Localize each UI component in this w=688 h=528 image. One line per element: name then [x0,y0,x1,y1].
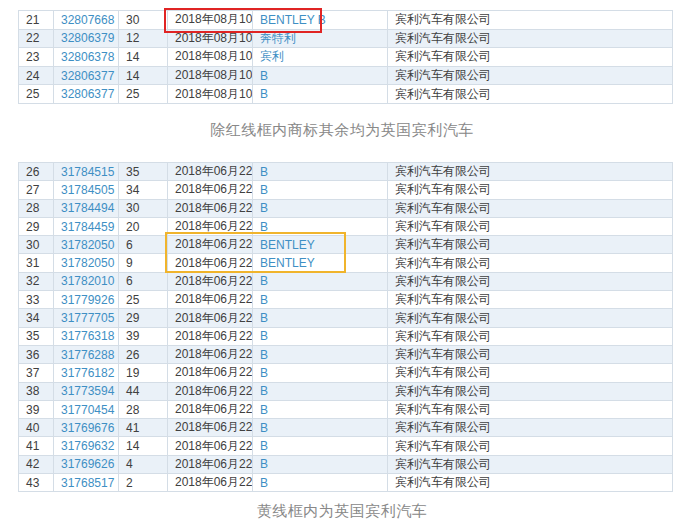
registration-number-link[interactable]: 31784515 [61,165,114,179]
trademark-name-link[interactable]: B [260,165,268,179]
registration-number-link[interactable]: 32806377 [61,69,114,83]
application-date-cell: 2018年08月10日 [168,85,253,104]
row-number-cell: 43 [19,474,54,492]
table-row: 2631784515352018年06月22日B宾利汽车有限公司 [19,163,673,181]
registration-number-link[interactable]: 31773594 [61,384,114,398]
registration-number-link[interactable]: 32806377 [61,87,114,101]
row-number-cell: 25 [19,85,54,104]
company-name-cell: 宾利汽车有限公司 [388,163,673,181]
trademark-name-link[interactable]: 宾利 [260,49,284,63]
registration-number-link[interactable]: 31776182 [61,366,114,380]
registration-number-link[interactable]: 31782050 [61,256,114,270]
trademark-name-link[interactable]: B [260,201,268,215]
company-name-cell: 宾利汽车有限公司 [388,419,673,437]
registration-number-link-cell: 31779926 [54,291,119,309]
trademark-name-link-cell: B [253,217,388,235]
company-name-cell: 宾利汽车有限公司 [388,199,673,217]
table-row: 3531776318392018年06月22日B宾利汽车有限公司 [19,327,673,345]
trademark-name-link[interactable]: B [260,403,268,417]
trademark-results-page: 2132807668302018年08月10日BENTLEY B宾利汽车有限公司… [0,0,688,528]
trademark-name-link[interactable]: B [260,457,268,471]
application-date-cell: 2018年08月10日 [168,29,253,48]
caption-yellow-box-note: 黄线框内为英国宾利汽车 [0,502,684,521]
application-date-cell: 2018年06月22日 [168,309,253,327]
class-number-cell: 20 [119,217,168,235]
trademark-name-link[interactable]: 奔特利 [260,31,296,45]
row-number-cell: 29 [19,217,54,235]
application-date-cell: 2018年06月22日 [168,437,253,455]
trademark-name-link[interactable]: B [260,311,268,325]
trademark-name-link[interactable]: B [260,329,268,343]
trademark-name-link[interactable]: B [260,183,268,197]
application-date-cell: 2018年06月22日 [168,400,253,418]
company-name-cell: 宾利汽车有限公司 [388,217,673,235]
application-date-cell: 2018年06月22日 [168,419,253,437]
trademark-name-link[interactable]: B [260,274,268,288]
trademark-name-link[interactable]: B [260,384,268,398]
trademark-name-link[interactable]: B [260,439,268,453]
trademark-name-link[interactable]: B [260,476,268,490]
registration-number-link[interactable]: 31770454 [61,403,114,417]
class-number-cell: 35 [119,163,168,181]
company-name-cell: 宾利汽车有限公司 [388,272,673,290]
table-row: 313178205092018年06月22日BENTLEY宾利汽车有限公司 [19,254,673,272]
application-date-cell: 2018年06月22日 [168,236,253,254]
trademark-name-link[interactable]: B [260,220,268,234]
registration-number-link[interactable]: 31784459 [61,220,114,234]
table-row: 423176962642018年06月22日B宾利汽车有限公司 [19,455,673,473]
trademark-name-link[interactable]: BENTLEY B [260,13,326,27]
class-number-cell: 25 [119,291,168,309]
class-number-cell: 39 [119,327,168,345]
registration-number-link[interactable]: 32807668 [61,13,114,27]
class-number-cell: 25 [119,85,168,104]
application-date-cell: 2018年06月22日 [168,181,253,199]
trademark-name-link[interactable]: B [260,69,268,83]
registration-number-link[interactable]: 31782010 [61,274,114,288]
registration-number-link[interactable]: 31768517 [61,476,114,490]
trademark-name-link[interactable]: B [260,87,268,101]
trademark-name-link-cell: B [253,400,388,418]
application-date-cell: 2018年08月10日 [168,48,253,67]
registration-number-link[interactable]: 31769626 [61,457,114,471]
row-number-cell: 41 [19,437,54,455]
trademark-name-link-cell: BENTLEY [253,236,388,254]
registration-number-link[interactable]: 32806378 [61,50,114,64]
table-row: 4031769676412018年06月22日B宾利汽车有限公司 [19,419,673,437]
trademark-name-link[interactable]: B [260,293,268,307]
class-number-cell: 4 [119,455,168,473]
company-name-cell: 宾利汽车有限公司 [388,437,673,455]
registration-number-link[interactable]: 31777705 [61,311,114,325]
row-number-cell: 39 [19,400,54,418]
class-number-cell: 29 [119,309,168,327]
class-number-cell: 41 [119,419,168,437]
trademark-name-link[interactable]: B [260,348,268,362]
registration-number-link-cell: 31773594 [54,382,119,400]
table-row: 2931784459202018年06月22日B宾利汽车有限公司 [19,217,673,235]
class-number-cell: 12 [119,29,168,48]
registration-number-link[interactable]: 31769632 [61,439,114,453]
trademark-table-june: 2631784515352018年06月22日B宾利汽车有限公司27317845… [18,162,673,492]
registration-number-link[interactable]: 31784505 [61,183,114,197]
trademark-name-link[interactable]: BENTLEY [260,256,315,270]
trademark-name-link-cell: B [253,437,388,455]
registration-number-link[interactable]: 31769676 [61,421,114,435]
registration-number-link[interactable]: 31776288 [61,348,114,362]
registration-number-link[interactable]: 31782050 [61,238,114,252]
table-row: 3631776288262018年06月22日B宾利汽车有限公司 [19,345,673,363]
company-name-cell: 宾利汽车有限公司 [388,291,673,309]
registration-number-link[interactable]: 31779926 [61,293,114,307]
row-number-cell: 42 [19,455,54,473]
trademark-name-link[interactable]: B [260,366,268,380]
trademark-name-link[interactable]: BENTLEY [260,238,315,252]
class-number-cell: 34 [119,181,168,199]
table-row: 303178205062018年06月22日BENTLEY宾利汽车有限公司 [19,236,673,254]
registration-number-link[interactable]: 31784494 [61,201,114,215]
trademark-name-link-cell: BENTLEY [253,254,388,272]
registration-number-link[interactable]: 32806379 [61,31,114,45]
trademark-name-link[interactable]: B [260,421,268,435]
trademark-name-link-cell: B [253,181,388,199]
table-row: 3731776182192018年06月22日B宾利汽车有限公司 [19,364,673,382]
company-name-cell: 宾利汽车有限公司 [388,382,673,400]
registration-number-link[interactable]: 31776318 [61,329,114,343]
class-number-cell: 14 [119,66,168,85]
